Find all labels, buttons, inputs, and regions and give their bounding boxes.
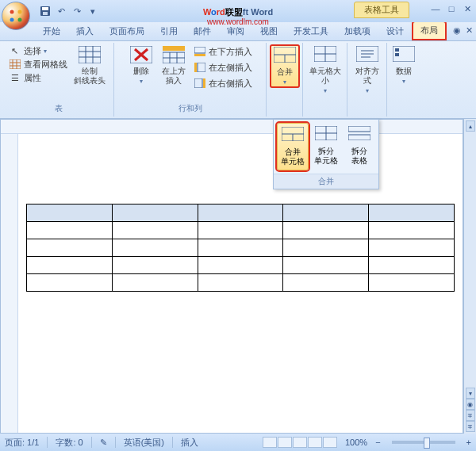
status-language[interactable]: 英语(美国) bbox=[124, 437, 164, 449]
vertical-scrollbar[interactable]: ▴ ▾ ◉ ∓ ∓ bbox=[463, 119, 476, 434]
svg-rect-6 bbox=[43, 12, 48, 15]
pointer-icon: ↖ bbox=[9, 44, 21, 57]
svg-rect-50 bbox=[348, 126, 370, 132]
alignment-button[interactable]: 对齐方式▾ bbox=[351, 44, 383, 96]
page[interactable] bbox=[18, 134, 463, 433]
browse-object-icon[interactable]: ∓ bbox=[466, 410, 475, 421]
table-row bbox=[27, 204, 455, 222]
split-table-icon bbox=[348, 126, 370, 145]
view-draft-icon[interactable] bbox=[323, 437, 337, 448]
view-buttons[interactable] bbox=[263, 437, 337, 448]
select-button[interactable]: ↖选择▾ bbox=[9, 44, 67, 57]
table-row bbox=[27, 239, 455, 257]
watermark-url: www.wordlm.com bbox=[207, 17, 269, 26]
split-table-button[interactable]: 拆分 表格 bbox=[344, 123, 375, 170]
vertical-ruler[interactable] bbox=[1, 134, 18, 433]
maximize-button[interactable]: □ bbox=[446, 3, 457, 14]
delete-button[interactable]: 删除▾ bbox=[127, 44, 155, 86]
zoom-slider[interactable] bbox=[392, 441, 455, 444]
svg-rect-7 bbox=[10, 59, 21, 69]
tab-home[interactable]: 开始 bbox=[35, 22, 68, 40]
status-mode[interactable]: 插入 bbox=[181, 437, 198, 449]
merge-dropdown-panel: 合并 单元格 拆分 单元格 拆分 表格 合并 bbox=[273, 119, 379, 189]
data-icon bbox=[393, 46, 415, 65]
svg-rect-21 bbox=[163, 46, 185, 51]
redo-icon[interactable]: ↷ bbox=[70, 4, 84, 18]
insert-left-button[interactable]: 在左侧插入 bbox=[192, 60, 254, 75]
zoom-in-button[interactable]: + bbox=[466, 438, 471, 447]
ribbon-close-icon[interactable]: ✕ bbox=[466, 25, 473, 36]
svg-rect-12 bbox=[79, 46, 101, 63]
scroll-down-icon[interactable]: ▾ bbox=[466, 388, 475, 399]
svg-point-1 bbox=[18, 10, 22, 14]
tab-page-layout[interactable]: 页面布局 bbox=[102, 22, 152, 40]
close-button[interactable]: ✕ bbox=[462, 3, 473, 14]
save-icon[interactable] bbox=[38, 4, 52, 18]
svg-rect-29 bbox=[194, 78, 202, 88]
table-row bbox=[27, 274, 455, 292]
document-table[interactable] bbox=[26, 204, 455, 292]
status-words[interactable]: 字数: 0 bbox=[56, 437, 83, 449]
svg-rect-51 bbox=[348, 135, 370, 140]
insert-col-right-icon bbox=[194, 77, 206, 90]
data-button[interactable]: 数据▾ bbox=[390, 44, 418, 86]
tab-design[interactable]: 设计 bbox=[378, 22, 412, 40]
merge-cells-button[interactable]: 合并 单元格 bbox=[277, 123, 309, 170]
split-cells-button[interactable]: 拆分 单元格 bbox=[310, 123, 342, 170]
group-label-rows-cols: 行和列 bbox=[117, 102, 263, 115]
zoom-out-button[interactable]: − bbox=[375, 438, 380, 447]
table-icon bbox=[79, 46, 101, 65]
horizontal-ruler[interactable] bbox=[1, 120, 463, 134]
qat-more-icon[interactable]: ▾ bbox=[86, 4, 100, 18]
tab-insert[interactable]: 插入 bbox=[68, 22, 102, 40]
cell-size-button[interactable]: 单元格大小▾ bbox=[303, 44, 347, 96]
delete-x-icon bbox=[130, 46, 152, 65]
insert-row-below-icon bbox=[194, 45, 206, 58]
svg-rect-42 bbox=[395, 48, 399, 52]
tab-addins[interactable]: 加载项 bbox=[336, 22, 378, 40]
office-button[interactable] bbox=[2, 2, 30, 30]
status-proofing-icon[interactable]: ✎ bbox=[100, 438, 107, 448]
tab-developer[interactable]: 开发工具 bbox=[286, 22, 336, 40]
insert-row-above-icon bbox=[163, 46, 185, 65]
document-area[interactable] bbox=[0, 119, 463, 434]
merge-icon bbox=[274, 47, 296, 66]
dropdown-footer: 合并 bbox=[274, 174, 378, 189]
view-full-screen-icon[interactable] bbox=[278, 437, 292, 448]
insert-below-button[interactable]: 在下方插入 bbox=[192, 44, 254, 59]
tab-layout[interactable]: 布局 bbox=[412, 21, 447, 40]
next-page-icon[interactable]: ∓ bbox=[466, 421, 475, 432]
svg-rect-25 bbox=[194, 47, 205, 53]
view-print-layout-icon[interactable] bbox=[263, 437, 277, 448]
svg-rect-26 bbox=[194, 54, 205, 56]
status-page[interactable]: 页面: 1/1 bbox=[5, 437, 39, 449]
insert-right-button[interactable]: 在右侧插入 bbox=[192, 76, 254, 90]
svg-point-3 bbox=[18, 18, 22, 22]
draw-diagonal-header-button[interactable]: 绘制 斜线表头 bbox=[71, 44, 109, 87]
grid-icon bbox=[9, 58, 21, 71]
prev-page-icon[interactable]: ◉ bbox=[466, 399, 475, 410]
properties-button[interactable]: ☰属性 bbox=[9, 71, 67, 84]
view-web-layout-icon[interactable] bbox=[293, 437, 307, 448]
align-icon bbox=[356, 46, 378, 65]
undo-icon[interactable]: ↶ bbox=[54, 4, 68, 18]
merge-dropdown-button[interactable]: 合并▾ bbox=[270, 44, 300, 88]
view-outline-icon[interactable] bbox=[308, 437, 322, 448]
insert-col-left-icon bbox=[194, 61, 206, 74]
insert-above-button[interactable]: 在上方 插入 bbox=[159, 44, 189, 87]
context-tab-table-tools: 表格工具 bbox=[354, 2, 409, 18]
zoom-level[interactable]: 100% bbox=[345, 438, 367, 447]
table-row bbox=[27, 257, 455, 274]
svg-rect-27 bbox=[198, 63, 205, 72]
svg-point-0 bbox=[10, 10, 14, 14]
tab-references[interactable]: 引用 bbox=[152, 22, 186, 40]
minimize-button[interactable]: — bbox=[430, 3, 441, 14]
help-icon[interactable]: ◉ bbox=[453, 25, 461, 36]
svg-rect-30 bbox=[203, 78, 205, 88]
svg-point-2 bbox=[10, 18, 14, 22]
scroll-up-icon[interactable]: ▴ bbox=[466, 120, 475, 132]
table-row bbox=[27, 222, 455, 239]
svg-rect-28 bbox=[194, 63, 197, 72]
app-title: Word联盟ft Word bbox=[203, 5, 273, 18]
view-gridlines-button[interactable]: 查看网格线 bbox=[9, 58, 67, 71]
